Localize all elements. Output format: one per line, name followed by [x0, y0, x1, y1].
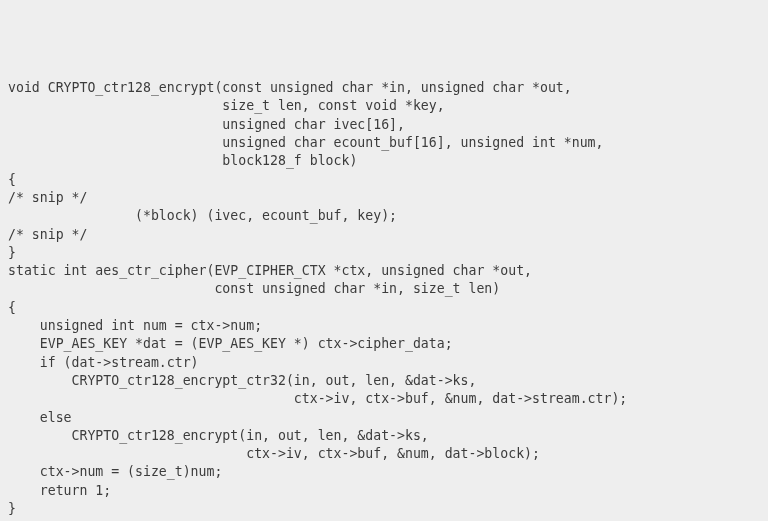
code-line: ctx->iv, ctx->buf, &num, dat->block);	[8, 445, 760, 463]
code-line: }	[8, 244, 760, 262]
code-line: EVP_AES_KEY *dat = (EVP_AES_KEY *) ctx->…	[8, 335, 760, 353]
code-line: CRYPTO_ctr128_encrypt(in, out, len, &dat…	[8, 427, 760, 445]
code-line: static int aes_ctr_cipher(EVP_CIPHER_CTX…	[8, 262, 760, 280]
code-line: ctx->num = (size_t)num;	[8, 463, 760, 481]
code-line: return 1;	[8, 482, 760, 500]
code-line: unsigned char ecount_buf[16], unsigned i…	[8, 134, 760, 152]
code-line: }	[8, 500, 760, 518]
code-block: void CRYPTO_ctr128_encrypt(const unsigne…	[8, 79, 760, 518]
code-line: if (dat->stream.ctr)	[8, 354, 760, 372]
code-line: const unsigned char *in, size_t len)	[8, 280, 760, 298]
code-line: {	[8, 171, 760, 189]
code-line: {	[8, 299, 760, 317]
code-line: void CRYPTO_ctr128_encrypt(const unsigne…	[8, 79, 760, 97]
code-line: /* snip */	[8, 226, 760, 244]
code-line: (*block) (ivec, ecount_buf, key);	[8, 207, 760, 225]
code-line: unsigned char ivec[16],	[8, 116, 760, 134]
code-line: unsigned int num = ctx->num;	[8, 317, 760, 335]
code-line: else	[8, 409, 760, 427]
code-line: ctx->iv, ctx->buf, &num, dat->stream.ctr…	[8, 390, 760, 408]
code-line: block128_f block)	[8, 152, 760, 170]
code-line: size_t len, const void *key,	[8, 97, 760, 115]
code-line: /* snip */	[8, 189, 760, 207]
code-line: CRYPTO_ctr128_encrypt_ctr32(in, out, len…	[8, 372, 760, 390]
